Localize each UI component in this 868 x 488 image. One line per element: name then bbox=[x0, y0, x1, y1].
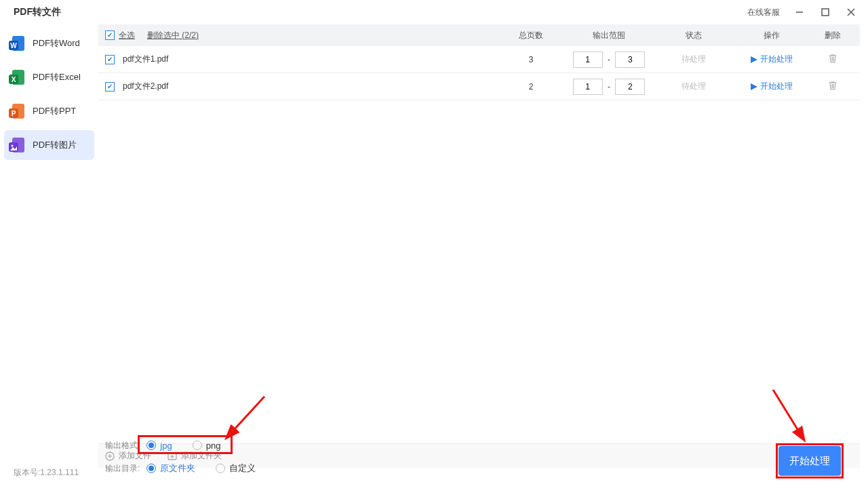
version-label: 版本号:1.23.1.111 bbox=[14, 467, 79, 479]
close-button[interactable] bbox=[841, 2, 861, 22]
table-row: pdf文件1.pdf 3 - 待处理 开始处理 bbox=[98, 46, 860, 73]
header-status: 状态 bbox=[656, 30, 731, 41]
file-name: pdf文件2.pdf bbox=[123, 81, 168, 92]
trash-icon[interactable] bbox=[828, 56, 837, 65]
svg-text:X: X bbox=[12, 76, 16, 83]
page-count: 3 bbox=[500, 55, 561, 64]
header-delete: 删除 bbox=[812, 30, 853, 41]
nav-pdf-to-ppt[interactable]: P PDF转PPT bbox=[4, 96, 94, 126]
header-action: 操作 bbox=[731, 30, 812, 41]
dir-source-option[interactable]: 原文件夹 bbox=[146, 462, 195, 474]
nav-pdf-to-excel[interactable]: X PDF转Excel bbox=[4, 62, 94, 92]
svg-rect-1 bbox=[822, 9, 829, 16]
nav-pdf-to-word[interactable]: W PDF转Word bbox=[4, 28, 94, 58]
nav-label: PDF转PPT bbox=[33, 105, 76, 117]
start-row-button[interactable]: 开始处理 bbox=[751, 54, 793, 65]
sidebar: W PDF转Word X PDF转Excel P PDF转PPT PDF转图片 bbox=[0, 24, 98, 468]
app-title: PDF转文件 bbox=[14, 6, 61, 18]
status-text: 待处理 bbox=[656, 54, 731, 65]
format-png-option[interactable]: png bbox=[193, 441, 221, 451]
nav-label: PDF转图片 bbox=[33, 139, 77, 151]
ppt-icon: P bbox=[8, 102, 27, 121]
range-to-input[interactable] bbox=[615, 79, 645, 95]
page-count: 2 bbox=[500, 82, 561, 92]
range-to-input[interactable] bbox=[615, 52, 645, 68]
image-icon bbox=[8, 136, 27, 155]
svg-text:W: W bbox=[10, 42, 17, 49]
excel-icon: X bbox=[8, 68, 27, 87]
start-row-button[interactable]: 开始处理 bbox=[751, 81, 793, 92]
row-checkbox[interactable] bbox=[105, 55, 115, 64]
file-name: pdf文件1.pdf bbox=[123, 54, 168, 65]
select-all-checkbox[interactable] bbox=[105, 30, 115, 40]
start-processing-button[interactable]: 开始处理 bbox=[778, 446, 841, 476]
range-from-input[interactable] bbox=[573, 52, 603, 68]
maximize-button[interactable] bbox=[815, 2, 835, 22]
svg-text:P: P bbox=[12, 110, 16, 117]
range-from-input[interactable] bbox=[573, 79, 603, 95]
nav-pdf-to-image[interactable]: PDF转图片 bbox=[4, 130, 94, 160]
table-row: pdf文件2.pdf 2 - 待处理 开始处理 bbox=[98, 73, 860, 100]
select-all-label[interactable]: 全选 bbox=[119, 30, 135, 41]
svg-point-15 bbox=[12, 145, 14, 147]
header-pages: 总页数 bbox=[500, 30, 561, 41]
trash-icon[interactable] bbox=[828, 83, 837, 92]
header-range: 输出范围 bbox=[561, 30, 656, 41]
nav-label: PDF转Excel bbox=[33, 71, 81, 83]
format-jpg-option[interactable]: jpg bbox=[146, 441, 172, 451]
table-header: 全选 删除选中 (2/2) 总页数 输出范围 状态 操作 删除 bbox=[98, 24, 860, 46]
output-format-label: 输出格式: bbox=[105, 440, 140, 451]
status-text: 待处理 bbox=[656, 81, 731, 92]
dir-custom-option[interactable]: 自定义 bbox=[216, 462, 256, 474]
customer-service-link[interactable]: 在线客服 bbox=[747, 7, 780, 18]
row-checkbox[interactable] bbox=[105, 82, 115, 92]
minimize-button[interactable] bbox=[789, 2, 810, 22]
delete-selected-link[interactable]: 删除选中 (2/2) bbox=[147, 30, 199, 41]
output-dir-label: 输出目录: bbox=[105, 463, 140, 474]
nav-label: PDF转Word bbox=[33, 37, 80, 49]
word-icon: W bbox=[8, 34, 27, 53]
